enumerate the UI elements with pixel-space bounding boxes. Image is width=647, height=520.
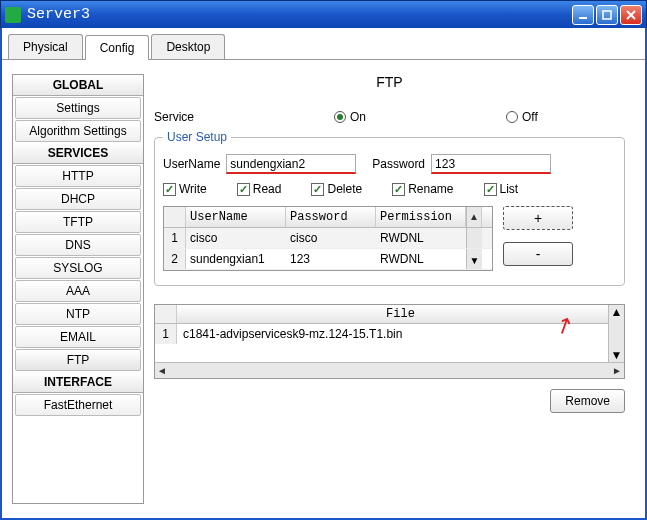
sidebar-header-interface: INTERFACE — [13, 372, 143, 393]
radio-on-icon — [334, 111, 346, 123]
checkbox-rename-label: Rename — [408, 182, 453, 196]
check-icon: ✓ — [311, 183, 324, 196]
check-icon: ✓ — [163, 183, 176, 196]
radio-on[interactable]: On — [334, 110, 366, 124]
username-input[interactable] — [226, 154, 356, 174]
checkbox-write-label: Write — [179, 182, 207, 196]
checkbox-rename[interactable]: ✓Rename — [392, 182, 453, 196]
minimize-button[interactable] — [572, 5, 594, 25]
row-index: 2 — [164, 249, 186, 269]
sidebar-item-ntp[interactable]: NTP — [15, 303, 141, 325]
file-table: File 1 c1841-advipservicesk9-mz.124-15.T… — [154, 304, 625, 379]
sidebar-item-http[interactable]: HTTP — [15, 165, 141, 187]
vertical-scrollbar[interactable]: ▲▼ — [608, 305, 624, 362]
checkbox-list-label: List — [500, 182, 519, 196]
scroll-down-icon[interactable]: ▼ — [611, 348, 623, 362]
radio-off-icon — [506, 111, 518, 123]
add-user-button[interactable]: + — [503, 206, 573, 230]
user-table-header-password: Password — [286, 207, 376, 227]
table-row[interactable]: 1 c1841-advipservicesk9-mz.124-15.T1.bin — [155, 324, 624, 344]
password-input[interactable] — [431, 154, 551, 174]
scroll-left-icon[interactable]: ◄ — [157, 365, 167, 376]
checkbox-read-label: Read — [253, 182, 282, 196]
user-setup-group: User Setup UserName Password ✓Write ✓Rea… — [154, 130, 625, 286]
panel-title: FTP — [154, 74, 625, 90]
sidebar-item-tftp[interactable]: TFTP — [15, 211, 141, 233]
table-row[interactable]: 2 sundengxian1 123 RWDNL ▼ — [164, 249, 492, 270]
scroll-up-icon[interactable]: ▲ — [469, 210, 479, 223]
user-setup-legend: User Setup — [163, 130, 231, 144]
user-table-header-username: UserName — [186, 207, 286, 227]
user-table-corner — [164, 207, 186, 227]
radio-off[interactable]: Off — [506, 110, 538, 124]
password-label: Password — [372, 157, 425, 171]
title-bar: Server3 — [0, 0, 647, 28]
sidebar-item-algorithm-settings[interactable]: Algorithm Settings — [15, 120, 141, 142]
radio-off-label: Off — [522, 110, 538, 124]
window-title: Server3 — [27, 6, 572, 23]
radio-on-label: On — [350, 110, 366, 124]
check-icon: ✓ — [484, 183, 497, 196]
remove-file-button[interactable]: Remove — [550, 389, 625, 413]
sidebar-header-global: GLOBAL — [13, 75, 143, 96]
row-index: 1 — [155, 324, 177, 344]
sidebar-item-dhcp[interactable]: DHCP — [15, 188, 141, 210]
sidebar-item-ftp[interactable]: FTP — [15, 349, 141, 371]
scroll-up-icon[interactable]: ▲ — [611, 305, 623, 319]
scroll-right-icon[interactable]: ► — [612, 365, 622, 376]
row-password: cisco — [286, 228, 376, 248]
maximize-button[interactable] — [596, 5, 618, 25]
user-table: UserName Password Permission ▲ 1 cisco c… — [163, 206, 493, 271]
checkbox-delete[interactable]: ✓Delete — [311, 182, 362, 196]
sidebar: GLOBAL Settings Algorithm Settings SERVI… — [12, 74, 144, 504]
remove-user-button[interactable]: - — [503, 242, 573, 266]
row-index: 1 — [164, 228, 186, 248]
checkbox-read[interactable]: ✓Read — [237, 182, 282, 196]
user-table-header-permission: Permission — [376, 207, 466, 227]
row-username: sundengxian1 — [186, 249, 286, 269]
horizontal-scrollbar[interactable]: ◄► — [155, 362, 624, 378]
file-table-header: File — [177, 305, 624, 323]
row-permission: RWDNL — [376, 249, 466, 269]
tab-bar: Physical Config Desktop — [2, 28, 645, 60]
table-row[interactable]: 1 cisco cisco RWDNL — [164, 228, 492, 249]
checkbox-delete-label: Delete — [327, 182, 362, 196]
sidebar-item-aaa[interactable]: AAA — [15, 280, 141, 302]
svg-rect-1 — [603, 11, 611, 19]
sidebar-item-syslog[interactable]: SYSLOG — [15, 257, 141, 279]
row-permission: RWDNL — [376, 228, 466, 248]
checkbox-list[interactable]: ✓List — [484, 182, 519, 196]
sidebar-item-dns[interactable]: DNS — [15, 234, 141, 256]
row-password: 123 — [286, 249, 376, 269]
sidebar-item-settings[interactable]: Settings — [15, 97, 141, 119]
tab-physical[interactable]: Physical — [8, 34, 83, 59]
checkbox-write[interactable]: ✓Write — [163, 182, 207, 196]
scroll-down-icon[interactable]: ▼ — [470, 255, 480, 266]
row-username: cisco — [186, 228, 286, 248]
main-panel: FTP Service On Off User Setup — [144, 74, 635, 496]
service-label: Service — [154, 110, 214, 124]
sidebar-item-email[interactable]: EMAIL — [15, 326, 141, 348]
app-icon — [5, 7, 21, 23]
file-table-corner — [155, 305, 177, 323]
username-label: UserName — [163, 157, 220, 171]
file-name: c1841-advipservicesk9-mz.124-15.T1.bin — [177, 324, 624, 344]
check-icon: ✓ — [392, 183, 405, 196]
check-icon: ✓ — [237, 183, 250, 196]
tab-desktop[interactable]: Desktop — [151, 34, 225, 59]
sidebar-header-services: SERVICES — [13, 143, 143, 164]
tab-config[interactable]: Config — [85, 35, 150, 60]
close-button[interactable] — [620, 5, 642, 25]
sidebar-item-fastethernet[interactable]: FastEthernet — [15, 394, 141, 416]
